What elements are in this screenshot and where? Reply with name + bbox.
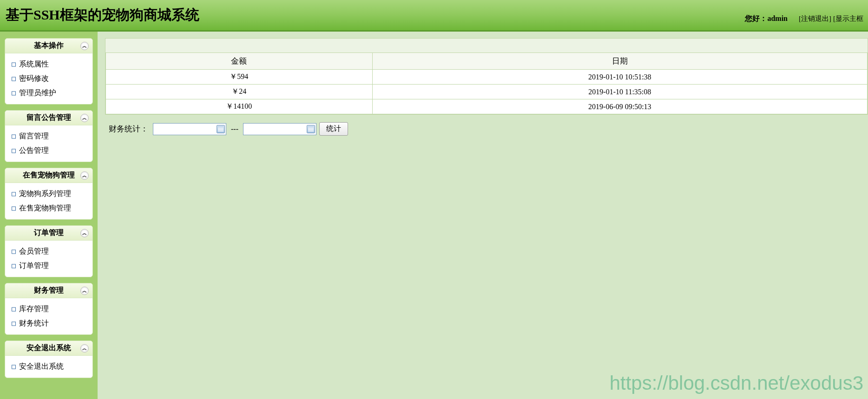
cell-amount: ￥14100 <box>106 99 373 114</box>
sidebar-panel: 安全退出系统︽安全退出系统 <box>5 340 93 378</box>
sidebar-panel: 留言公告管理︽留言管理公告管理 <box>5 110 93 162</box>
finance-table: 金额 日期 ￥5942019-01-10 10:51:38￥242019-01-… <box>105 52 868 114</box>
panel-title: 财务管理 <box>34 286 64 294</box>
panel-body: 会员管理订单管理 <box>5 241 92 277</box>
sidebar-item[interactable]: 订单管理 <box>11 259 87 273</box>
panel-body: 库存管理财务统计 <box>5 298 92 334</box>
col-amount: 金额 <box>106 53 373 70</box>
chevron-up-icon[interactable]: ︽ <box>80 287 89 295</box>
sidebar-item[interactable]: 在售宠物狗管理 <box>11 201 87 216</box>
sidebar-item[interactable]: 系统属性 <box>11 57 87 72</box>
table-row: ￥5942019-01-10 10:51:38 <box>106 70 868 85</box>
chevron-up-icon[interactable]: ︽ <box>80 229 89 237</box>
chevron-up-icon[interactable]: ︽ <box>80 114 89 122</box>
show-mainframe-link[interactable]: [显示主框 <box>833 15 863 22</box>
date-to-wrap <box>243 123 316 135</box>
header-user-area: 您好：admin [注销退出] [显示主框 <box>745 14 863 24</box>
table-row: ￥141002019-06-09 09:50:13 <box>106 99 868 114</box>
panel-title: 安全退出系统 <box>26 344 71 352</box>
panel-header[interactable]: 在售宠物狗管理︽ <box>5 168 92 183</box>
sidebar-panel: 财务管理︽库存管理财务统计 <box>5 283 93 335</box>
panel-title: 在售宠物狗管理 <box>23 171 75 179</box>
statistics-button[interactable]: 统计 <box>319 122 348 136</box>
app-title: 基于SSH框架的宠物狗商城系统 <box>6 6 199 25</box>
sidebar-item[interactable]: 会员管理 <box>11 244 87 259</box>
sidebar-panel: 订单管理︽会员管理订单管理 <box>5 225 93 277</box>
cell-amount: ￥594 <box>106 70 373 85</box>
date-from-input[interactable] <box>153 123 226 135</box>
sidebar-panel: 在售宠物狗管理︽宠物狗系列管理在售宠物狗管理 <box>5 168 93 220</box>
sidebar-item[interactable]: 财务统计 <box>11 316 87 331</box>
filter-label: 财务统计： <box>109 124 148 134</box>
panel-body: 宠物狗系列管理在售宠物狗管理 <box>5 183 92 219</box>
col-date: 日期 <box>372 53 867 70</box>
watermark-text: https://blog.csdn.net/exodus3 <box>610 372 863 394</box>
table-row: ￥242019-01-10 11:35:08 <box>106 85 868 99</box>
chevron-up-icon[interactable]: ︽ <box>80 171 89 180</box>
sidebar-item[interactable]: 管理员维护 <box>11 86 87 100</box>
chevron-up-icon[interactable]: ︽ <box>80 42 89 50</box>
content-box: 金额 日期 ￥5942019-01-10 10:51:38￥242019-01-… <box>105 38 868 115</box>
sidebar-item[interactable]: 库存管理 <box>11 302 87 316</box>
sidebar-item[interactable]: 公告管理 <box>11 144 87 158</box>
sidebar-item[interactable]: 安全退出系统 <box>11 360 87 374</box>
sidebar: 基本操作︽系统属性密码修改管理员维护留言公告管理︽留言管理公告管理在售宠物狗管理… <box>0 32 98 399</box>
panel-header[interactable]: 基本操作︽ <box>5 39 92 53</box>
cell-date: 2019-06-09 09:50:13 <box>372 99 867 114</box>
sidebar-panel: 基本操作︽系统属性密码修改管理员维护 <box>5 38 93 105</box>
panel-header[interactable]: 财务管理︽ <box>5 283 92 298</box>
panel-header[interactable]: 安全退出系统︽ <box>5 341 92 356</box>
page-header: 基于SSH框架的宠物狗商城系统 您好：admin [注销退出] [显示主框 <box>0 0 868 32</box>
panel-title: 留言公告管理 <box>26 113 71 121</box>
sidebar-item[interactable]: 留言管理 <box>11 129 87 144</box>
panel-body: 安全退出系统 <box>5 356 92 378</box>
panel-body: 系统属性密码修改管理员维护 <box>5 53 92 104</box>
main-content: 金额 日期 ￥5942019-01-10 10:51:38￥242019-01-… <box>98 32 868 399</box>
sidebar-item[interactable]: 宠物狗系列管理 <box>11 187 87 201</box>
panel-title: 订单管理 <box>34 229 64 236</box>
cell-amount: ￥24 <box>106 85 373 99</box>
main-container: 基本操作︽系统属性密码修改管理员维护留言公告管理︽留言管理公告管理在售宠物狗管理… <box>0 32 868 399</box>
panel-title: 基本操作 <box>34 41 64 49</box>
panel-body: 留言管理公告管理 <box>5 125 92 162</box>
date-from-wrap <box>153 123 226 135</box>
cell-date: 2019-01-10 10:51:38 <box>372 70 867 85</box>
chevron-up-icon[interactable]: ︽ <box>80 344 89 353</box>
date-separator: --- <box>231 125 238 133</box>
panel-header[interactable]: 订单管理︽ <box>5 226 92 241</box>
panel-header[interactable]: 留言公告管理︽ <box>5 111 92 125</box>
filter-row: 财务统计： --- 统计 <box>105 115 868 143</box>
date-to-input[interactable] <box>243 123 316 135</box>
greeting-text: 您好：admin <box>745 14 789 22</box>
sidebar-item[interactable]: 密码修改 <box>11 72 87 86</box>
cell-date: 2019-01-10 11:35:08 <box>372 85 867 99</box>
logout-link[interactable]: [注销退出] <box>799 15 831 22</box>
